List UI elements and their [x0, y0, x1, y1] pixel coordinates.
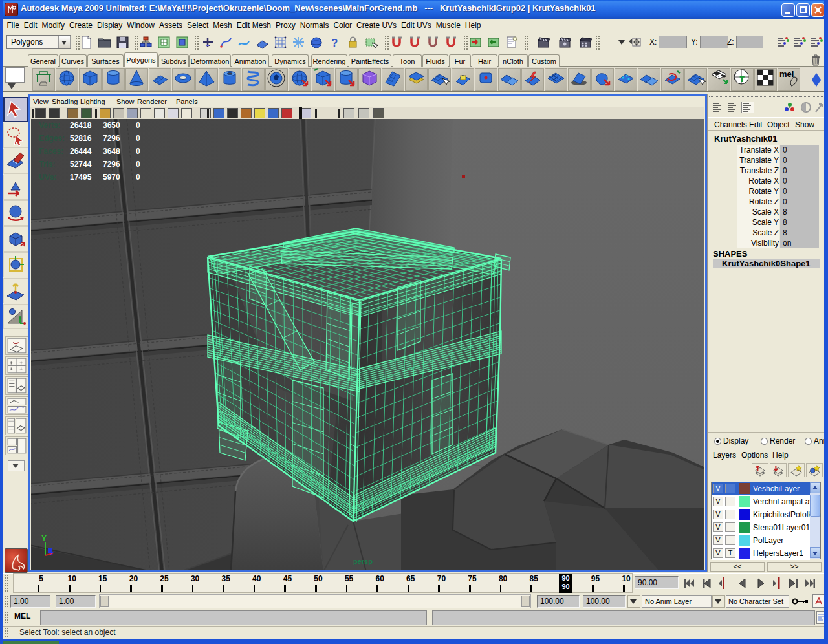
- svg-text:mel: mel: [779, 69, 794, 79]
- svg-text:Z: Z: [50, 550, 54, 557]
- svg-text:persp: persp: [353, 557, 373, 565]
- svg-text:Y: Y: [41, 534, 47, 543]
- svg-text:?: ?: [331, 37, 338, 49]
